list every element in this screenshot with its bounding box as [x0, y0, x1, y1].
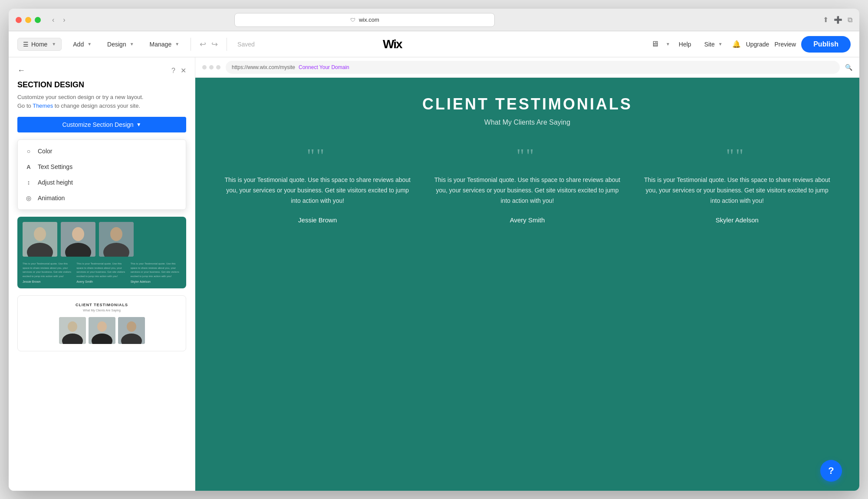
customize-dropdown-icon: ▼ [136, 122, 141, 128]
close-traffic-light[interactable] [16, 17, 22, 23]
svg-point-13 [97, 321, 107, 332]
connect-domain-link[interactable]: Connect Your Domain [299, 64, 349, 70]
thumbnail-card-teal[interactable]: This is your Testimonial quote. Use this… [17, 217, 186, 288]
panel-title: SECTION DESIGN [9, 80, 195, 93]
customize-dropdown-menu: ○ Color A Text Settings ↕ Adjust height … [17, 139, 186, 210]
titlebar-forward-btn[interactable]: › [60, 14, 68, 26]
thumb-text-3: This is your Testimonial quote. Use this… [131, 262, 181, 278]
panel-desc-text1: Customize your section design or try a n… [17, 94, 143, 100]
site-label: Site [704, 41, 715, 48]
panel-thumbnails: This is your Testimonial quote. Use this… [9, 217, 195, 358]
traffic-lights [16, 17, 41, 23]
testimonial-text-1: This is your Testimonial quote. Use this… [221, 175, 414, 206]
testimonial-card-3: " " This is your Testimonial quote. Use … [641, 148, 833, 224]
add-dropdown-icon: ▼ [87, 42, 92, 46]
main-content: ← ? ✕ SECTION DESIGN Customize your sect… [9, 57, 859, 491]
upgrade-button[interactable]: Upgrade [746, 41, 769, 48]
help-fab-button[interactable]: ? [820, 460, 842, 482]
thumbnail-card-white[interactable]: CLIENT TESTIMONIALS What My Clients Are … [17, 295, 186, 351]
preview-button[interactable]: Preview [774, 41, 796, 48]
help-button[interactable]: Help [675, 38, 695, 50]
redo-button[interactable]: ↪ [210, 38, 220, 51]
thumb-text-2: This is your Testimonial quote. Use this… [76, 262, 127, 278]
text-settings-icon: A [25, 164, 33, 170]
minimize-traffic-light[interactable] [25, 17, 31, 23]
panel-description: Customize your section design or try a n… [9, 93, 195, 117]
text-settings-menu-item[interactable]: A Text Settings [18, 159, 186, 175]
device-dropdown-icon[interactable]: ▼ [666, 42, 670, 46]
customize-btn-label: Customize Section Design [62, 121, 133, 128]
color-label: Color [38, 148, 52, 155]
panel-close-icon[interactable]: ✕ [181, 66, 186, 75]
thumb-text-1: This is your Testimonial quote. Use this… [23, 262, 73, 278]
browser-dot-3 [216, 65, 220, 69]
titlebar-back-btn[interactable]: ‹ [49, 14, 57, 26]
new-tab-icon[interactable]: ➕ [834, 16, 842, 24]
design-dropdown-icon: ▼ [130, 42, 134, 46]
wix-logo-text: Wix [383, 37, 402, 51]
testimonial-text-3: This is your Testimonial quote. Use this… [641, 175, 833, 206]
testimonial-name-2: Avery Smith [431, 216, 623, 224]
titlebar-address-bar[interactable]: 🛡 wix.com [234, 13, 495, 27]
app-window: ‹ › 🛡 wix.com ⬆ ➕ ⧉ ☰ Home ▼ Add ▼ Desig… [9, 9, 859, 491]
maximize-traffic-light[interactable] [35, 17, 41, 23]
home-label: Home [31, 41, 47, 48]
device-preview-icon[interactable]: 🖥 [651, 40, 659, 49]
zoom-icon[interactable]: 🔍 [845, 64, 852, 71]
svg-point-1 [34, 227, 46, 241]
panel-back-button[interactable]: ← [17, 66, 25, 75]
svg-text:": " [726, 148, 734, 164]
titlebar-nav: ‹ › [49, 14, 68, 26]
panel-help-icon[interactable]: ? [171, 66, 175, 75]
color-menu-item[interactable]: ○ Color [18, 143, 186, 159]
titlebar-url: wix.com [359, 17, 379, 23]
panel-desc-text3: to change design across your site. [55, 102, 140, 109]
adjust-height-menu-item[interactable]: ↕ Adjust height [18, 175, 186, 190]
browser-address-bar[interactable]: https://www.wix.com/mysite Connect Your … [226, 61, 840, 74]
thumb2-photos-row [25, 317, 179, 344]
adjust-height-icon: ↕ [25, 179, 33, 186]
panel-header-icons: ? ✕ [171, 66, 186, 75]
manage-dropdown-icon: ▼ [175, 42, 179, 46]
notifications-icon[interactable]: 🔔 [732, 40, 741, 48]
share-icon[interactable]: ⬆ [823, 16, 829, 24]
site-menu-button[interactable]: Site ▼ [700, 38, 727, 50]
thumb-name-2: Avery Smith [76, 280, 127, 283]
thumb-text-rows: This is your Testimonial quote. Use this… [23, 262, 181, 283]
themes-link[interactable]: Themes [33, 102, 53, 109]
customize-section-design-button[interactable]: Customize Section Design ▼ [17, 117, 186, 132]
site-dropdown-icon: ▼ [718, 42, 723, 46]
svg-text:": " [516, 148, 524, 164]
animation-menu-item[interactable]: ◎ Animation [18, 190, 186, 206]
section-subtitle: What My Clients Are Saying [221, 119, 833, 126]
home-menu-button[interactable]: ☰ Home ▼ [17, 38, 62, 51]
thumb-name-3: Skyler Adelson [131, 280, 181, 283]
panel-header: ← ? ✕ [9, 57, 195, 80]
browser-dot-1 [202, 65, 207, 69]
saved-status: Saved [237, 41, 255, 48]
manage-menu-button[interactable]: Manage ▼ [145, 38, 184, 50]
add-menu-button[interactable]: Add ▼ [69, 38, 96, 50]
design-menu-button[interactable]: Design ▼ [103, 38, 138, 50]
animation-label: Animation [38, 195, 65, 202]
history-controls: ↩ ↪ [198, 38, 220, 51]
quote-icon-3: " " [641, 148, 833, 166]
browser-dot-2 [209, 65, 214, 69]
color-icon: ○ [25, 148, 33, 155]
wix-logo: Wix [383, 37, 402, 51]
svg-text:": " [736, 148, 743, 164]
design-label: Design [107, 41, 126, 48]
thumb2-subtitle: What My Clients Are Saying [25, 309, 179, 312]
publish-button[interactable]: Publish [801, 36, 851, 53]
thumb-name-1: Jessie Brown [23, 280, 73, 283]
adjust-height-label: Adjust height [38, 179, 73, 186]
undo-button[interactable]: ↩ [198, 38, 208, 51]
thumb2-title: CLIENT TESTIMONIALS [25, 303, 179, 307]
testimonial-card-2: " " This is your Testimonial quote. Use … [431, 148, 623, 224]
quote-icon-1: " " [221, 148, 414, 166]
section-title: CLIENT TESTIMONIALS [221, 95, 833, 113]
windows-icon[interactable]: ⧉ [848, 16, 852, 24]
svg-point-16 [127, 321, 136, 332]
home-dropdown-icon: ▼ [52, 42, 56, 46]
svg-point-10 [68, 321, 77, 332]
